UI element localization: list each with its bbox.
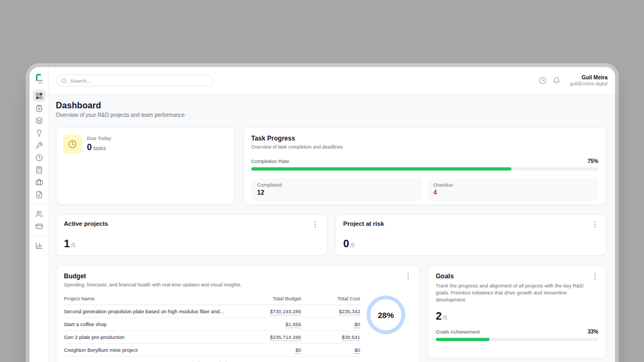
user-menu[interactable]: Guil Meira guil@creme.digital xyxy=(570,75,608,86)
sidebar-item-projects[interactable] xyxy=(33,114,46,127)
lightbulb-icon xyxy=(35,129,43,137)
total-budget-value[interactable]: $235,714.286 xyxy=(270,334,301,341)
completed-label: Completed xyxy=(257,182,416,188)
wrench-icon xyxy=(35,142,43,149)
total-cost-value[interactable]: $235,342 xyxy=(339,308,360,315)
layout-grid-icon xyxy=(35,92,43,100)
dashboard-content: Dashboard Overview of your R&D projects … xyxy=(49,94,615,362)
goals-achievement-value: 33% xyxy=(588,329,598,335)
clock-icon xyxy=(35,154,43,161)
total-cost-value[interactable]: $38,541 xyxy=(342,334,360,341)
goals-progress-fill xyxy=(436,338,489,341)
task-progress-card: Task Progress Overview of task completio… xyxy=(243,127,606,205)
sidebar-item-analytics[interactable] xyxy=(33,239,46,252)
total-cost-value[interactable]: $0 xyxy=(354,321,360,328)
layers-icon xyxy=(35,117,43,124)
due-today-unit: tasks xyxy=(93,145,106,151)
search-icon xyxy=(61,78,67,84)
table-row[interactable]: Second generation propulsion plate based… xyxy=(64,305,360,318)
total-budget-value[interactable]: $1,656 xyxy=(286,321,301,328)
clipboard-icon xyxy=(35,105,43,112)
table-row[interactable]: Start a coffee shop $1,656 $0 xyxy=(64,318,360,331)
total-budget-value[interactable]: $0 xyxy=(295,347,301,354)
overdue-stat-box: Overdue 4 xyxy=(428,178,599,201)
budget-donut-chart: 28% xyxy=(367,295,405,334)
calculator-icon xyxy=(35,166,43,174)
completed-stat-box: Completed 12 xyxy=(251,178,422,201)
topbar: Guil Meira guil@creme.digital xyxy=(49,67,615,94)
kebab-menu-icon[interactable] xyxy=(591,272,598,280)
budget-card: Budget Spending, forecasts, and financia… xyxy=(56,265,420,362)
user-name: Guil Meira xyxy=(570,75,608,81)
sidebar-item-documents[interactable] xyxy=(33,188,46,201)
sidebar: V1.0 xyxy=(30,67,49,362)
budget-donut-value: 28% xyxy=(378,311,394,320)
clock-icon xyxy=(68,140,77,149)
more-projects-link[interactable]: +1 more projects xyxy=(64,357,360,362)
sidebar-item-time[interactable] xyxy=(33,151,46,164)
project-at-risk-total: /5 xyxy=(350,242,355,248)
active-projects-card: Active projects 1/5 xyxy=(56,214,327,256)
project-name: Start a coffee shop xyxy=(64,318,230,331)
search-bar xyxy=(56,75,214,86)
budget-col-total-cost: Total Cost xyxy=(301,293,360,305)
briefcase-icon xyxy=(35,179,43,186)
search-input[interactable] xyxy=(70,78,209,84)
completed-value: 12 xyxy=(257,189,416,196)
completion-rate-label: Completion Rate xyxy=(251,158,289,164)
credit-card-icon xyxy=(35,223,43,230)
user-email: guil@creme.digital xyxy=(570,81,608,86)
sidebar-item-tools[interactable] xyxy=(33,139,46,151)
task-progress-title: Task Progress xyxy=(251,135,598,142)
kebab-menu-icon[interactable] xyxy=(404,272,412,280)
clock-icon[interactable] xyxy=(536,73,550,87)
total-budget-value[interactable]: $730,193.286 xyxy=(270,308,301,315)
budget-table: Project Name Total Budget Total Cost Sec… xyxy=(64,293,360,357)
goals-achievement-label: Goals Achievement xyxy=(436,329,480,335)
bar-chart-icon xyxy=(35,242,43,249)
budget-col-total-budget: Total Budget xyxy=(230,293,301,305)
sidebar-item-portfolio[interactable] xyxy=(33,176,46,188)
sidebar-item-ideas[interactable] xyxy=(33,127,46,139)
total-cost-value[interactable]: $0 xyxy=(354,347,360,354)
active-projects-total: /5 xyxy=(71,242,75,248)
creme-logo[interactable] xyxy=(33,72,45,85)
sidebar-item-team[interactable] xyxy=(33,208,46,220)
kebab-menu-icon[interactable] xyxy=(591,220,598,228)
sidebar-divider xyxy=(34,235,45,236)
task-progress-subtitle: Overview of task completion and deadline… xyxy=(251,144,598,150)
users-icon xyxy=(35,210,43,218)
table-row[interactable]: Gen 2 plate pre-production $235,714.286 … xyxy=(64,331,360,344)
sidebar-item-billing[interactable] xyxy=(33,220,46,232)
active-projects-title: Active projects xyxy=(64,220,108,227)
table-row[interactable]: Creighton Beryllium mine project $0 $0 xyxy=(64,344,360,357)
goals-value: 2 xyxy=(436,310,442,322)
app-window: V1.0 Guil Meira guil@creme.digital Dashb… xyxy=(30,67,615,362)
project-at-risk-value: 0 xyxy=(343,238,349,249)
budget-col-project-name: Project Name xyxy=(64,293,230,305)
overdue-label: Overdue xyxy=(434,182,593,188)
budget-subtitle: Spending, forecasts, and financial healt… xyxy=(64,282,241,288)
completion-rate-value: 75% xyxy=(588,158,598,164)
sidebar-item-dashboard[interactable] xyxy=(33,90,46,102)
kebab-menu-icon[interactable] xyxy=(312,220,319,228)
goals-subtitle: Track the progress and alignment of all … xyxy=(436,282,597,303)
project-name: Creighton Beryllium mine project xyxy=(64,344,230,357)
goals-card: Goals Track the progress and alignment o… xyxy=(428,265,606,359)
project-name: Gen 2 plate pre-production xyxy=(64,331,230,344)
goals-total: /6 xyxy=(443,315,447,321)
bell-icon[interactable] xyxy=(550,73,564,87)
completion-progress-fill xyxy=(251,167,511,171)
project-name: Second generation propulsion plate based… xyxy=(64,305,230,318)
goals-progress-track xyxy=(436,338,598,341)
sidebar-item-calculator[interactable] xyxy=(33,164,46,176)
due-today-value: 0 xyxy=(87,143,92,152)
sidebar-item-tasks[interactable] xyxy=(33,102,46,114)
project-at-risk-card: Project at risk 0/5 xyxy=(335,214,607,256)
page-title: Dashboard xyxy=(56,101,606,110)
budget-title: Budget xyxy=(64,272,241,280)
goals-title: Goals xyxy=(436,272,453,280)
page-subtitle: Overview of your R&D projects and team p… xyxy=(56,112,606,118)
overdue-value: 4 xyxy=(434,189,593,196)
due-today-card: Due Today 0tasks xyxy=(56,127,235,205)
